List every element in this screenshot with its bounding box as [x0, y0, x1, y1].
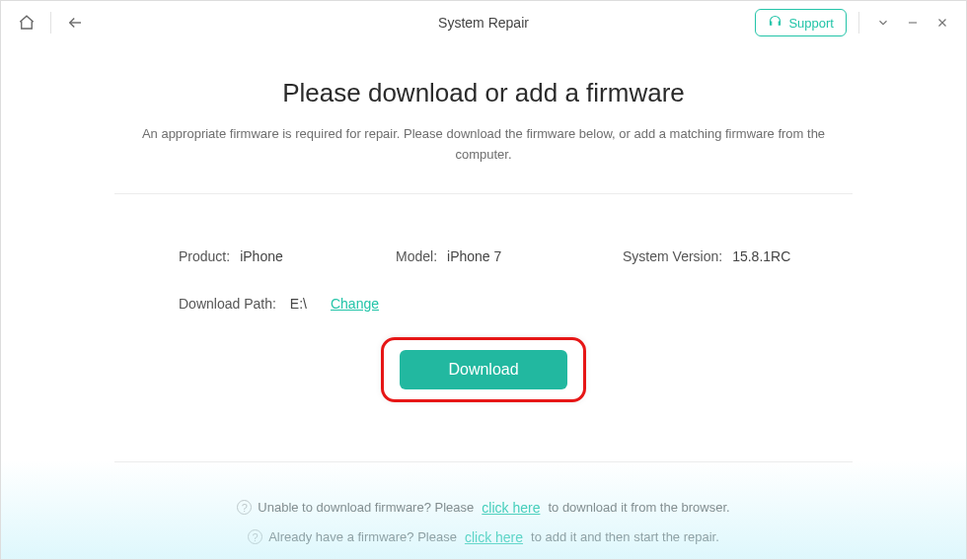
product-label: Product:	[179, 248, 230, 264]
help1-pre: Unable to download firmware? Please	[258, 500, 474, 515]
help2-pre: Already have a firmware? Please	[268, 529, 457, 544]
help-line-add-firmware: ? Already have a firmware? Please click …	[45, 529, 922, 545]
version-value: 15.8.1RC	[732, 248, 790, 264]
model-label: Model:	[396, 248, 437, 264]
download-button[interactable]: Download	[400, 350, 567, 389]
product-field: Product: iPhone	[179, 248, 396, 264]
main-content: Please download or add a firmware An app…	[1, 44, 966, 545]
divider	[114, 461, 853, 462]
help2-post: to add it and then start the repair.	[531, 529, 719, 544]
support-label: Support	[788, 16, 834, 31]
page-heading: Please download or add a firmware	[45, 78, 922, 108]
headset-icon	[768, 14, 782, 32]
home-icon[interactable]	[13, 9, 40, 36]
titlebar-right: Support	[755, 9, 954, 36]
close-icon[interactable]	[930, 11, 954, 35]
separator	[50, 12, 51, 34]
product-value: iPhone	[240, 248, 283, 264]
browser-download-link[interactable]: click here	[482, 500, 540, 516]
back-icon[interactable]	[61, 9, 89, 36]
version-label: System Version:	[623, 248, 722, 264]
download-highlight-frame: Download	[381, 337, 586, 402]
model-field: Model: iPhone 7	[396, 248, 623, 264]
help-line-browser: ? Unable to download firmware? Please cl…	[45, 500, 922, 516]
version-field: System Version: 15.8.1RC	[623, 248, 790, 264]
page-subheading: An appropriate firmware is required for …	[138, 124, 829, 166]
support-button[interactable]: Support	[755, 9, 847, 36]
change-path-link[interactable]: Change	[331, 296, 379, 312]
path-value: E:\	[290, 296, 307, 312]
chevron-down-icon[interactable]	[871, 11, 895, 35]
device-info: Product: iPhone Model: iPhone 7 System V…	[114, 194, 853, 461]
minimize-icon[interactable]	[901, 11, 925, 35]
download-path-row: Download Path: E:\ Change	[114, 296, 853, 312]
question-icon: ?	[248, 529, 262, 544]
model-value: iPhone 7	[447, 248, 501, 264]
separator	[858, 12, 859, 34]
titlebar-left	[13, 9, 89, 36]
title-bar: System Repair Support	[1, 1, 966, 44]
info-row-1: Product: iPhone Model: iPhone 7 System V…	[114, 248, 853, 264]
question-icon: ?	[237, 500, 252, 515]
path-label: Download Path:	[179, 296, 276, 312]
help1-post: to download it from the browser.	[548, 500, 729, 515]
add-firmware-link[interactable]: click here	[465, 529, 523, 545]
window-title: System Repair	[438, 15, 529, 31]
